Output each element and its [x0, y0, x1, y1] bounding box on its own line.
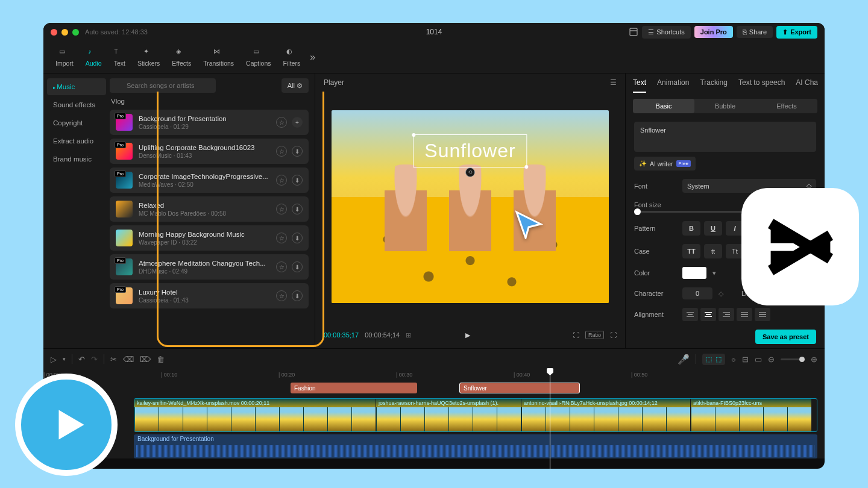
layout-icon[interactable] [629, 27, 638, 37]
category-brand-music[interactable]: Brand music [47, 151, 106, 167]
song-item[interactable]: RelaxedMC Mablo Dos Paredões · 00:58 ☆⬇ [110, 196, 309, 222]
redo-icon[interactable]: ↷ [91, 355, 98, 364]
video-clip[interactable]: atikh-bana-FtBS0p23fcc-uns [691, 399, 811, 431]
shortcuts-button[interactable]: ☰ Shortcuts [642, 26, 690, 39]
favorite-icon[interactable]: ☆ [276, 233, 287, 243]
video-preview-area[interactable]: Sunflower ⟲ [315, 92, 625, 322]
magnet-left-icon[interactable]: ⬚ [706, 355, 712, 363]
favorite-icon[interactable]: ☆ [276, 175, 287, 186]
align-icon[interactable]: ⊟ [742, 355, 749, 364]
grid-icon[interactable]: ⊞ [406, 331, 411, 339]
download-icon[interactable]: ⬇ [292, 261, 303, 272]
close-window[interactable] [51, 29, 57, 36]
tool-text[interactable]: TText [108, 48, 131, 67]
bold-button[interactable]: B [682, 221, 700, 236]
category-sound-effects[interactable]: Sound effects [47, 96, 106, 113]
download-icon[interactable]: ⬇ [292, 204, 303, 214]
ratio-button[interactable]: Ratio [585, 331, 604, 339]
search-input[interactable] [110, 78, 216, 93]
align-middle-button[interactable] [755, 308, 770, 321]
audio-track[interactable]: Background for Presentation [134, 434, 817, 458]
align-left-button[interactable] [682, 308, 698, 321]
preview-icon[interactable]: ▭ [755, 355, 762, 364]
tool-filters[interactable]: ◐Filters [277, 48, 307, 67]
favorite-icon[interactable]: ☆ [276, 290, 287, 301]
join-pro-button[interactable]: Join Pro [694, 26, 733, 38]
minimize-window[interactable] [61, 29, 68, 36]
tool-effects[interactable]: ◈Effects [166, 48, 197, 67]
song-item[interactable]: Pro Atmosphere Meditation Changyou Tech.… [110, 254, 309, 280]
subtab-effects[interactable]: Effects [756, 99, 817, 113]
video-track[interactable]: er kailey-sniffin-WeNd_Ml4zXk-unsplash.m… [134, 398, 817, 432]
align-top-button[interactable] [737, 308, 752, 321]
category-extract-audio[interactable]: Extract audio [47, 133, 106, 149]
zoom-out-icon[interactable]: ⊖ [768, 355, 775, 364]
tab-text-to-speech[interactable]: Text to speech [738, 78, 785, 93]
tool-import[interactable]: ▭Import [49, 48, 80, 67]
zoom-in-icon[interactable]: ⊕ [811, 355, 817, 364]
case-upper-button[interactable]: TT [682, 244, 700, 258]
delete-right-icon[interactable]: ⌦ [140, 355, 151, 364]
text-clip[interactable]: Fashion [291, 383, 417, 393]
category-copyright[interactable]: Copyright [47, 114, 106, 131]
zoom-slider[interactable] [781, 358, 805, 360]
tool-transitions[interactable]: ⋈Transitions [197, 48, 240, 67]
playhead[interactable] [550, 369, 550, 469]
fullscreen-icon[interactable]: ⛶ [610, 331, 617, 339]
color-picker[interactable] [682, 267, 706, 279]
favorite-icon[interactable]: ☆ [276, 117, 287, 128]
song-item[interactable]: Pro Uplifting Corporate Background16023D… [110, 139, 309, 164]
song-item[interactable]: Morning Happy Background MusicWavepaper … [110, 225, 309, 251]
video-clip[interactable]: joshua-rawson-harris-haUQC3eto2s-unsplas… [376, 399, 521, 431]
category-music[interactable]: Music [47, 78, 106, 95]
save-preset-button[interactable]: Save as preset [755, 330, 816, 344]
song-item[interactable]: Pro Corporate ImageTechnologyProgressive… [110, 167, 309, 193]
subtab-basic[interactable]: Basic [633, 99, 694, 113]
text-overlay[interactable]: Sunflower [413, 134, 527, 167]
tool-more-icon[interactable]: » [306, 52, 319, 63]
link-icon[interactable]: ⟐ [731, 355, 736, 364]
download-icon[interactable]: ⬇ [292, 175, 303, 186]
download-icon[interactable]: ⬇ [292, 146, 303, 157]
song-item[interactable]: Pro Luxury HotelCassiopeia · 01:43 ☆⬇ [110, 283, 309, 308]
align-right-button[interactable] [719, 308, 734, 321]
download-icon[interactable]: ⬇ [292, 233, 303, 243]
download-icon[interactable]: ⬇ [292, 290, 303, 301]
tab-animation[interactable]: Animation [657, 78, 689, 93]
case-lower-button[interactable]: tt [704, 244, 722, 258]
add-icon[interactable]: + [292, 117, 303, 128]
ai-writer-button[interactable]: ✨ AI writerFree [634, 157, 696, 170]
align-center-button[interactable] [700, 308, 716, 321]
tool-stickers[interactable]: ✦Stickers [131, 48, 166, 67]
rotate-handle-icon[interactable]: ⟲ [465, 167, 475, 177]
export-button[interactable]: ⬆ Export [776, 26, 817, 39]
split-icon[interactable]: ✂ [110, 355, 117, 364]
pointer-tool-icon[interactable]: ▷ [51, 355, 57, 364]
favorite-icon[interactable]: ☆ [276, 146, 287, 157]
underline-button[interactable]: U [704, 221, 722, 236]
magnet-icon[interactable]: ⬚ [715, 355, 722, 363]
share-button[interactable]: ⎘ Share [737, 26, 773, 38]
tab-text[interactable]: Text [633, 78, 646, 93]
chevron-down-icon[interactable]: ▾ [63, 356, 66, 362]
favorite-icon[interactable]: ☆ [276, 204, 287, 214]
song-item[interactable]: Pro Background for PresentationCassiopei… [110, 110, 309, 135]
text-track[interactable]: FashionSnflower [134, 381, 817, 395]
text-clip[interactable]: Snflower [459, 383, 580, 393]
play-button[interactable]: ▶ [465, 331, 470, 339]
favorite-icon[interactable]: ☆ [276, 261, 287, 272]
expand-icon[interactable]: ⛶ [573, 331, 579, 339]
tab-ai-cha[interactable]: AI Cha [796, 78, 818, 93]
text-content-input[interactable]: Snflower [634, 122, 816, 152]
maximize-window[interactable] [72, 29, 79, 36]
tool-audio[interactable]: ♪Audio [80, 48, 108, 67]
subtab-bubble[interactable]: Bubble [694, 99, 756, 113]
video-clip[interactable]: kailey-sniffin-WeNd_Ml4zXk-unsplash.mov … [134, 399, 376, 431]
filter-button[interactable]: All ⚙ [281, 78, 309, 93]
undo-icon[interactable]: ↶ [78, 355, 85, 364]
video-clip[interactable]: antonino-visalli-RNiBLy7aHck-unsplash.jp… [521, 399, 690, 431]
microphone-icon[interactable]: 🎤 [678, 354, 690, 365]
character-spacing-input[interactable] [682, 287, 712, 299]
timeline-ruler[interactable]: | 00:00| 00:10| 00:20| 00:30| 00:40| 00:… [43, 369, 825, 381]
player-menu-icon[interactable]: ☰ [610, 78, 617, 87]
